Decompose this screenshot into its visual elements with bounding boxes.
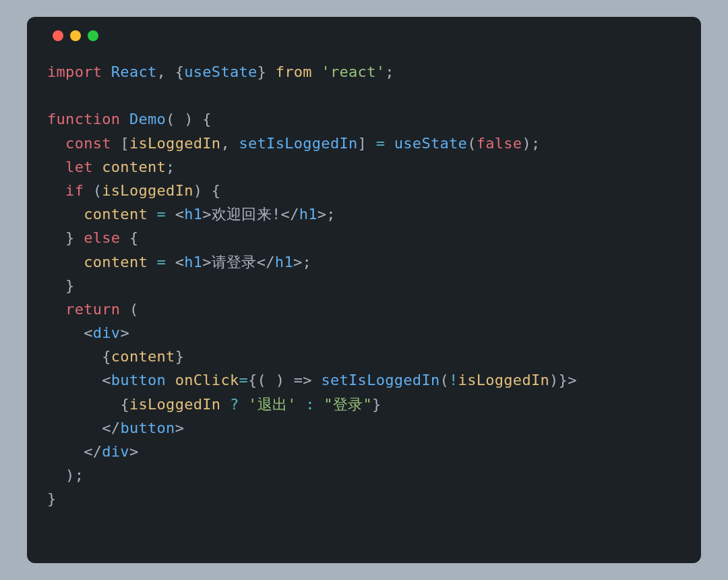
window-controls bbox=[47, 30, 681, 41]
string-react: 'react' bbox=[321, 63, 385, 80]
kw-import: import bbox=[47, 63, 102, 80]
code-block: import React, {useState} from 'react'; f… bbox=[47, 60, 681, 511]
code-window: import React, {useState} from 'react'; f… bbox=[27, 17, 701, 563]
ident-react: React bbox=[111, 63, 157, 80]
kw-function: function bbox=[47, 111, 120, 127]
maximize-icon[interactable] bbox=[88, 30, 98, 41]
minimize-icon[interactable] bbox=[70, 30, 81, 41]
jsx-text-login: 请登录 bbox=[212, 254, 257, 270]
ident-usestate: useState bbox=[184, 63, 257, 80]
close-icon[interactable] bbox=[53, 30, 63, 41]
fn-name-demo: Demo bbox=[129, 111, 166, 127]
jsx-text-welcome: 欢迎回来! bbox=[212, 206, 281, 223]
